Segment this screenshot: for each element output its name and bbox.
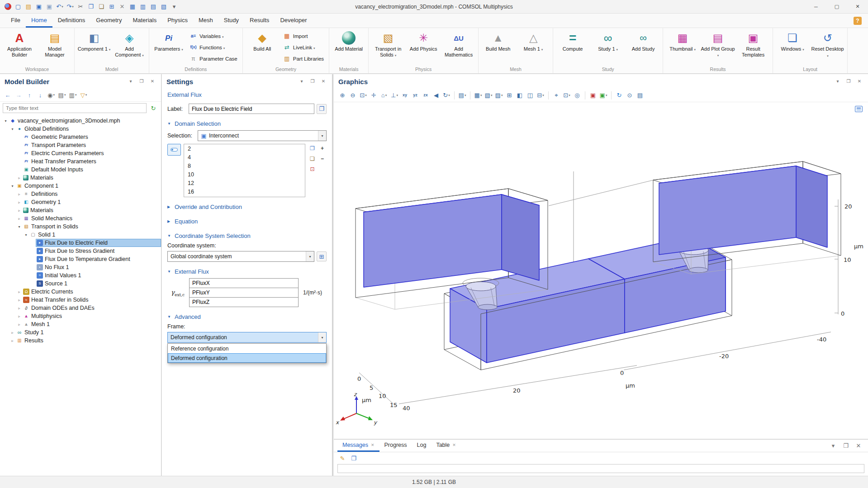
tree-node-global-definitions[interactable]: ▾●Global Definitions (0, 125, 161, 133)
expand-icon[interactable]: ▹ (16, 314, 22, 318)
domain-list-item[interactable]: 10 (184, 170, 305, 179)
filter-input[interactable] (3, 103, 147, 113)
update-scene-icon[interactable]: ↻ (614, 90, 624, 100)
clear-log-icon[interactable]: ✎ (337, 453, 347, 463)
close-panel-icon[interactable]: ✕ (148, 77, 157, 85)
coordinate-system-combo[interactable]: Global coordinate system ▾ (167, 251, 314, 262)
close-tab-icon[interactable]: ✕ (452, 443, 456, 447)
panel-menu-icon[interactable]: ▾ (828, 441, 838, 451)
menu-tab-home[interactable]: Home (26, 14, 52, 28)
section-header-override[interactable]: ▶ Override and Contribution (167, 202, 327, 212)
snapshot-icon[interactable]: ⊙ (625, 90, 635, 100)
tree-node-initial-values-1[interactable]: ≈Initial Values 1 (0, 271, 161, 280)
menu-tab-materials[interactable]: Materials (127, 14, 162, 28)
view-zx-icon[interactable]: zx (421, 90, 431, 100)
expand-icon[interactable]: ▹ (9, 339, 15, 343)
save-icon[interactable]: ▣ (34, 2, 44, 12)
ribbon-build-all-button[interactable]: ◆Build All (245, 29, 280, 66)
tree-node-multiphysics[interactable]: ▹▲Multiphysics (0, 312, 161, 320)
float-panel-icon[interactable]: ❐ (844, 77, 853, 85)
zoom-extents-icon[interactable]: ✛ (369, 90, 379, 100)
open-file-icon[interactable]: ▤ (24, 2, 33, 12)
menu-tab-physics[interactable]: Physics (162, 14, 193, 28)
view-xy-icon[interactable]: xy (400, 90, 410, 100)
cut-icon[interactable]: ✂ (76, 2, 85, 12)
frame-combo[interactable]: Deformed configuration ▾ (167, 332, 327, 343)
filter-refresh-icon[interactable]: ↻ (148, 103, 158, 113)
expand-icon[interactable]: ▹ (16, 200, 22, 204)
tree-node-flux-due-to-electric-field[interactable]: ▸Flux Due to Electric Field (0, 239, 161, 247)
tree-node-transport-parameters[interactable]: PiTransport Parameters (0, 141, 161, 149)
frame-option-deformed-configuration[interactable]: Deformed configuration (168, 353, 326, 363)
float-panel-icon[interactable]: ❐ (138, 77, 146, 85)
tab-progress[interactable]: Progress (379, 440, 412, 452)
tree-node-heat-transfer-parameters[interactable]: PiHeat Transfer Parameters (0, 157, 161, 166)
tree-node-solid-mechanics[interactable]: ▹▦Solid Mechanics (0, 214, 161, 223)
collapse-icon[interactable]: ▾ (16, 225, 22, 229)
active-selection-toggle[interactable] (167, 144, 181, 156)
print-icon[interactable]: ▤ (635, 90, 645, 100)
view-menu-icon[interactable]: ▤▾ (457, 90, 467, 100)
ribbon-transport-in-solids-button[interactable]: ▧Transport in Solids ▾ (371, 29, 405, 66)
table-view-icon[interactable]: ▦ (128, 2, 138, 12)
save-compact-icon[interactable]: ▣ (44, 2, 54, 12)
tree-node-flux-due-to-temperature-gradient[interactable]: ▸Flux Due to Temperature Gradient (0, 255, 161, 263)
suppress-selection-icon[interactable]: ▣▾ (598, 90, 608, 100)
tree-node-geometric-parameters[interactable]: PiGeometric Parameters (0, 133, 161, 141)
menu-tab-mesh[interactable]: Mesh (193, 14, 218, 28)
ribbon-add-material-button[interactable]: Add Material (332, 29, 366, 66)
ribbon-model-manager-button[interactable]: ▤Model Manager (38, 29, 72, 66)
tree-node-flux-due-to-stress-gradient[interactable]: ▸Flux Due to Stress Gradient (0, 247, 161, 255)
node-grouping-icon[interactable]: ▤▾ (57, 90, 67, 100)
expand-icon[interactable]: ▹ (16, 217, 22, 221)
tree-node-heat-transfer-in-solids[interactable]: ▹≈Heat Transfer in Solids (0, 296, 161, 304)
transparency-icon[interactable]: ◧ (515, 90, 525, 100)
tree-node-domain-odes-and-daes[interactable]: ▹∂Domain ODEs and DAEs (0, 304, 161, 312)
zoom-in-icon[interactable]: ⊕ (337, 90, 347, 100)
flux-y-input[interactable] (189, 288, 299, 298)
view-mode-icon[interactable]: ▥▾ (68, 90, 78, 100)
ribbon-reset-desktop-button[interactable]: ↺Reset Desktop ▾ (811, 29, 845, 66)
ribbon-build-mesh-button[interactable]: ▲Build Mesh (481, 29, 515, 66)
ribbon-mesh-1-button[interactable]: △Mesh 1 ▾ (516, 29, 550, 66)
tree-node-materials[interactable]: ▹Materials (0, 206, 161, 214)
tree-node-no-flux-1[interactable]: ▪No Flux 1 (0, 263, 161, 271)
tree-node-source-1[interactable]: SSource 1 (0, 280, 161, 288)
delete-icon[interactable]: ✕ (117, 2, 127, 12)
ribbon-add-physics-button[interactable]: ✳Add Physics (406, 29, 441, 66)
ribbon-livelink-button[interactable]: ⇄LiveLink ▾ (280, 42, 327, 52)
tree-node-electric-currents-parameters[interactable]: PiElectric Currents Parameters (0, 149, 161, 157)
show-grid-icon[interactable]: ⊞ (504, 90, 514, 100)
rename-label-icon[interactable]: ❐ (317, 104, 326, 114)
comsol-logo-icon[interactable] (3, 2, 13, 12)
ribbon-parameters-button[interactable]: PiParameters ▾ (152, 29, 186, 66)
selection-combo[interactable]: ▣ Interconnect ▾ (198, 130, 327, 141)
section-header-advanced[interactable]: ▼ Advanced (167, 312, 327, 322)
float-panel-icon[interactable]: ❐ (308, 77, 317, 85)
copy-icon[interactable]: ❐ (86, 2, 96, 12)
tab-messages[interactable]: Messages✕ (337, 440, 379, 452)
tree-node-geometry-1[interactable]: ▹◧Geometry 1 (0, 198, 161, 206)
wireframe-rendering-icon[interactable]: ◫ (525, 90, 535, 100)
rename-label-holder[interactable]: ❐ (317, 104, 327, 114)
ribbon-add-mathematics-button[interactable]: ΔUAdd Mathematics (441, 29, 476, 66)
float-panel-icon[interactable]: ❐ (841, 441, 851, 451)
nav-back-icon[interactable]: ← (3, 90, 13, 100)
expand-icon[interactable]: ▹ (9, 331, 15, 335)
go-to-default-view-icon[interactable]: ⌂▾ (379, 90, 389, 100)
move-up-icon[interactable]: ↑ (24, 90, 34, 100)
zoom-to-selection-icon[interactable]: ⊡ (308, 165, 317, 173)
ribbon-parameter-case-button[interactable]: πParameter Case (187, 53, 240, 64)
flux-z-input[interactable] (189, 297, 299, 307)
select-box-icon[interactable]: ⊡▾ (562, 90, 572, 100)
show-settings-options-icon[interactable]: ▾ (298, 77, 306, 85)
show-settings-icon[interactable]: ◉▾ (46, 90, 56, 100)
nav-forward-icon[interactable]: → (14, 90, 24, 100)
menu-tab-file[interactable]: File (5, 14, 26, 28)
environment-reflections-icon[interactable]: ▨▾ (494, 90, 504, 100)
menu-tab-developer[interactable]: Developer (275, 14, 312, 28)
rotate-view-icon[interactable]: ↻▾ (441, 90, 451, 100)
ribbon-result-templates-button[interactable]: ▣Result Templates (736, 29, 770, 66)
remove-selection-icon[interactable]: − (318, 154, 327, 163)
ribbon-add-plot-group-button[interactable]: ▤Add Plot Group ▾ (701, 29, 735, 66)
